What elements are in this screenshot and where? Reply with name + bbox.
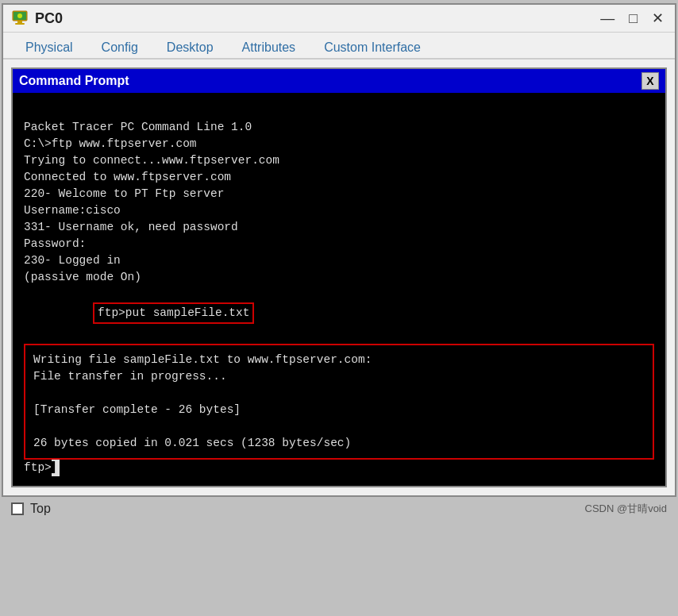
- top-label: Top: [30, 502, 51, 516]
- tab-custom-interface[interactable]: Custom Interface: [310, 37, 435, 58]
- cmd-close-button[interactable]: X: [641, 72, 659, 90]
- cmd-ftp-command: ftp>put sampleFile.txt: [93, 302, 254, 324]
- cmd-prompt-end: ftp>▌: [24, 460, 654, 476]
- watermark: CSDN @甘晴void: [585, 502, 668, 516]
- bottom-left: Top: [11, 502, 51, 516]
- tab-config[interactable]: Config: [87, 37, 152, 58]
- cmd-title-label: Command Prompt: [19, 74, 129, 88]
- cmd-line-10: (passive mode On): [24, 269, 654, 286]
- transfer-block: Writing file sampleFile.txt to www.ftpse…: [24, 344, 654, 460]
- command-prompt-window: Command Prompt X Packet Tracer PC Comman…: [11, 67, 667, 487]
- computer-icon: [11, 10, 29, 27]
- transfer-line-1: Writing file sampleFile.txt to www.ftpse…: [33, 352, 645, 368]
- tab-bar: Physical Config Desktop Attributes Custo…: [3, 33, 675, 60]
- cmd-line-9: 230- Logged in: [24, 252, 654, 269]
- cmd-line-blank1: [24, 102, 654, 119]
- cmd-body[interactable]: Packet Tracer PC Command Line 1.0 C:\>ft…: [13, 93, 665, 486]
- svg-rect-1: [17, 21, 22, 23]
- cmd-line-6: Username:cisco: [24, 202, 654, 219]
- title-bar-left: PC0: [11, 10, 63, 27]
- main-content: Command Prompt X Packet Tracer PC Comman…: [3, 60, 675, 495]
- top-checkbox[interactable]: [11, 502, 24, 515]
- window-title: PC0: [35, 10, 63, 27]
- cmd-title-bar: Command Prompt X: [13, 69, 665, 93]
- bottom-bar: Top CSDN @甘晴void: [2, 497, 676, 521]
- cmd-line-3: Trying to connect...www.ftpserver.com: [24, 152, 654, 169]
- cmd-line-1: Packet Tracer PC Command Line 1.0: [24, 119, 654, 136]
- cmd-line-2: C:\>ftp www.ftpserver.com: [24, 136, 654, 152]
- cmd-line-7: 331- Username ok, need password: [24, 219, 654, 236]
- cmd-highlighted-line: ftp>put sampleFile.txt: [24, 286, 654, 341]
- svg-point-4: [17, 13, 22, 18]
- tab-physical[interactable]: Physical: [11, 37, 87, 58]
- title-bar: PC0 — □ ✕: [3, 5, 675, 33]
- tab-attributes[interactable]: Attributes: [228, 37, 310, 58]
- cmd-line-4: Connected to www.ftpserver.com: [24, 169, 654, 186]
- transfer-line-5: [33, 418, 645, 435]
- transfer-line-4: [Transfer complete - 26 bytes]: [33, 402, 645, 418]
- maximize-button[interactable]: □: [626, 11, 641, 25]
- pc0-window: PC0 — □ ✕ Physical Config Desktop Attrib…: [2, 3, 676, 497]
- title-controls: — □ ✕: [597, 11, 667, 25]
- minimize-button[interactable]: —: [597, 11, 618, 25]
- transfer-line-2: File transfer in progress...: [33, 368, 645, 385]
- transfer-line-6: 26 bytes copied in 0.021 secs (1238 byte…: [33, 435, 645, 452]
- transfer-line-3: [33, 385, 645, 402]
- close-button[interactable]: ✕: [649, 11, 667, 25]
- cmd-line-5: 220- Welcome to PT Ftp server: [24, 186, 654, 202]
- tab-desktop[interactable]: Desktop: [152, 37, 228, 58]
- svg-rect-2: [15, 23, 25, 25]
- cmd-line-8: Password:: [24, 236, 654, 252]
